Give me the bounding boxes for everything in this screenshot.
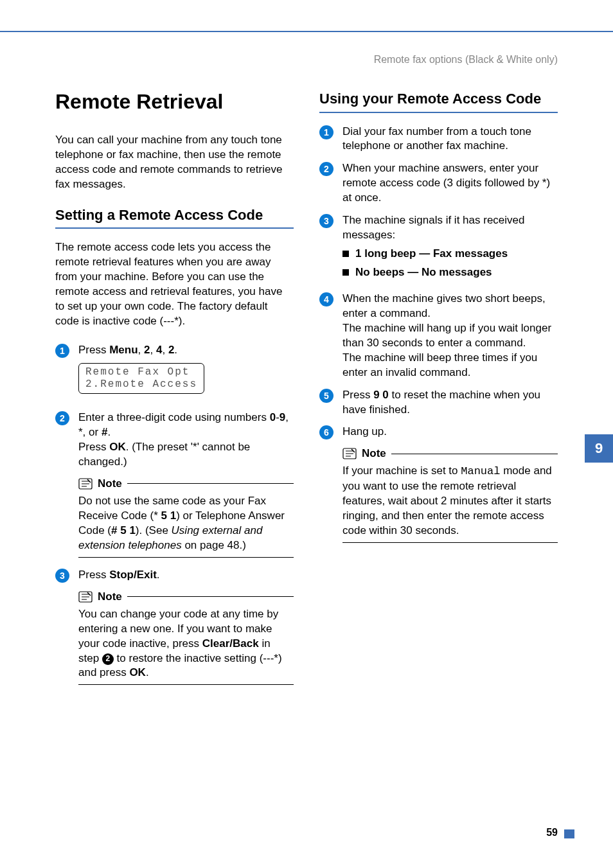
key-menu: Menu — [109, 344, 138, 356]
note-right-body: If your machine is set to Manual mode an… — [342, 464, 558, 542]
t: The machine will beep three times if you… — [342, 351, 537, 378]
section-rule — [319, 112, 558, 113]
key-90: 9 0 — [373, 389, 389, 401]
t: . — [107, 426, 111, 438]
t: , — [150, 344, 156, 356]
page-number: 59 — [546, 827, 558, 838]
section-setting-code: Setting a Remote Access Code — [55, 206, 294, 224]
k: 0 — [270, 411, 276, 423]
r-step-1: 1 Dial your fax number from a touch tone… — [319, 125, 558, 154]
step-badge-4: 4 — [319, 292, 333, 306]
note-rule — [391, 454, 558, 454]
bullet-fax-messages: 1 long beep — Fax messages — [342, 247, 558, 261]
note-rule — [127, 483, 294, 484]
note-icon — [78, 591, 93, 603]
t: # 5 1 — [111, 524, 136, 536]
top-rule — [0, 31, 613, 32]
right-column: Using your Remote Access Code 1 Dial you… — [319, 90, 558, 695]
r-step-5: 5 Press 9 0 to reset the machine when yo… — [319, 388, 558, 418]
step-1: 1 Press Menu, 2, 4, 2. Remote Fax Opt 2.… — [55, 343, 294, 403]
lcd-line-2: 2.Remote Access — [85, 378, 197, 391]
r-step-2: 2 When your machine answers, enter your … — [319, 161, 558, 206]
note-rule — [342, 542, 558, 543]
step-1-text: Press Menu, 2, 4, 2. Remote Fax Opt 2.Re… — [78, 343, 294, 403]
key-4: 4 — [156, 344, 162, 356]
t: Press — [78, 441, 109, 453]
note-right: Note If your machine is set to Manual mo… — [342, 447, 558, 543]
bullet-no-messages: No beeps — No messages — [342, 265, 558, 280]
r-step-4: 4 When the machine gives two short beeps… — [319, 292, 558, 380]
note-label: Note — [98, 590, 122, 603]
r-step-3-text: The machine signals if it has received m… — [342, 213, 558, 284]
step-badge-6: 6 — [319, 425, 333, 439]
step-3-text: Press Stop/Exit. — [78, 568, 294, 583]
step-badge-2: 2 — [55, 411, 69, 425]
content-area: Remote Retrieval You can call your machi… — [55, 90, 558, 695]
chapter-tab: 9 — [585, 434, 613, 463]
intro-paragraph: You can call your machine from any touch… — [55, 133, 294, 192]
section-rule — [55, 227, 294, 229]
note-label: Note — [362, 447, 386, 460]
note-1-body: Do not use the same code as your Fax Rec… — [78, 494, 294, 557]
r-step-6-text: Hang up. — [342, 425, 558, 439]
lcd-line-1: Remote Fax Opt — [85, 366, 197, 378]
page-title: Remote Retrieval — [55, 90, 294, 114]
step-badge-1: 1 — [319, 125, 333, 139]
t: . — [174, 344, 177, 356]
t: on page 48.) — [182, 539, 246, 551]
r-step-6: 6 Hang up. — [319, 425, 558, 439]
key-2: 2 — [144, 344, 150, 356]
t: , — [138, 344, 144, 356]
step-2: 2 Enter a three-digit code using numbers… — [55, 411, 294, 470]
key-stop-exit: Stop/Exit — [109, 569, 157, 581]
note-label: Note — [98, 477, 122, 490]
step-badge-2: 2 — [319, 162, 333, 176]
t: The machine will hang up if you wait lon… — [342, 322, 551, 349]
step-3: 3 Press Stop/Exit. — [55, 568, 294, 583]
key-ok: OK — [129, 666, 146, 678]
note-rule — [78, 684, 294, 685]
note-rule — [78, 557, 294, 558]
step-badge-5: 5 — [319, 389, 333, 403]
t: ). (See — [136, 524, 172, 536]
key-2b: 2 — [168, 344, 174, 356]
section-using-code: Using your Remote Access Code — [319, 90, 558, 108]
note-2: Note You can change your code at any tim… — [78, 590, 294, 686]
lcd-display: Remote Fax Opt 2.Remote Access — [78, 363, 204, 394]
k: # — [102, 426, 107, 438]
step-badge-3: 3 — [319, 214, 333, 228]
step-ref-2-icon: 2 — [102, 653, 114, 665]
setting-paragraph: The remote access code lets you access t… — [55, 240, 294, 329]
r-step-4-text: When the machine gives two short beeps, … — [342, 292, 558, 380]
r-step-3: 3 The machine signals if it has received… — [319, 213, 558, 284]
note-1: Note Do not use the same code as your Fa… — [78, 477, 294, 558]
t: Enter a three-digit code using numbers — [78, 411, 270, 423]
page-tick-icon — [564, 829, 574, 838]
t: No beeps — No messages — [355, 265, 492, 280]
t: Press — [78, 344, 109, 356]
t: The machine signals if it has received m… — [342, 214, 524, 241]
note-rule — [127, 596, 294, 597]
t: 5 1 — [161, 509, 177, 522]
step-badge-1: 1 — [55, 344, 69, 358]
square-bullet-icon — [342, 269, 349, 276]
t: . — [157, 569, 160, 581]
t: Press — [342, 389, 373, 401]
running-header: Remote fax options (Black & White only) — [374, 54, 558, 66]
step-2-text: Enter a three-digit code using numbers 0… — [78, 411, 294, 470]
square-bullet-icon — [342, 251, 349, 257]
k: 9 — [280, 411, 285, 423]
r-step-5-text: Press 9 0 to reset the machine when you … — [342, 388, 558, 418]
note-icon — [78, 478, 93, 490]
step-badge-3: 3 — [55, 569, 69, 583]
t: If your machine is set to — [342, 465, 461, 477]
r-step-2-text: When your machine answers, enter your re… — [342, 161, 558, 206]
key-clear-back: Clear/Back — [202, 637, 259, 650]
mode-manual: Manual — [461, 465, 500, 477]
left-column: Remote Retrieval You can call your machi… — [55, 90, 294, 695]
note-2-body: You can change your code at any time by … — [78, 607, 294, 685]
t: . — [146, 666, 149, 678]
key-ok: OK — [109, 441, 126, 453]
t: , — [162, 344, 168, 356]
note-icon — [342, 448, 357, 459]
